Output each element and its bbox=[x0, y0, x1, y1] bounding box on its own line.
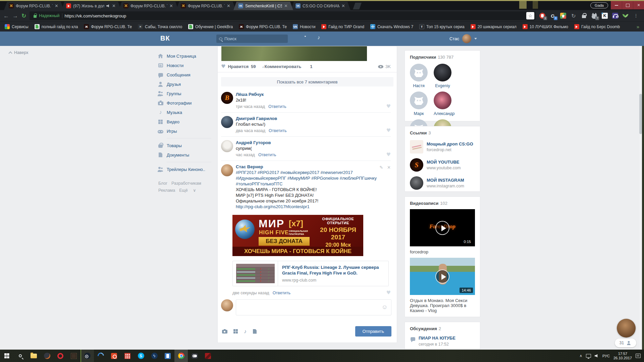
taskbar-search-button[interactable] bbox=[13, 350, 27, 362]
comment-button[interactable]: Комментировать bbox=[264, 64, 301, 69]
restore-button[interactable] bbox=[622, 1, 633, 9]
sidebar-item-photos[interactable]: Фотографии bbox=[158, 98, 211, 108]
tab-audio-icon[interactable] bbox=[106, 4, 110, 8]
attach-document-icon[interactable] bbox=[252, 329, 258, 334]
bookmark-services[interactable]: Сервисы bbox=[5, 24, 29, 29]
link-title[interactable]: МОЙ YOUTUBE bbox=[427, 160, 461, 165]
attach-photo-icon[interactable] bbox=[222, 329, 227, 334]
back-to-top-button[interactable]: Наверх bbox=[9, 50, 29, 55]
speaker-icon[interactable] bbox=[595, 354, 599, 358]
footer-link-ads[interactable]: Реклама bbox=[158, 188, 175, 193]
emoji-smiley-icon[interactable]: ☺ bbox=[382, 304, 388, 310]
reply-button[interactable]: Ответить bbox=[273, 291, 290, 295]
server-banner-image[interactable]: МИР [x7] HIGH FIVE ОФИЦИАЛЬНАЯ ПЛАТФОРМА… bbox=[232, 215, 363, 256]
sidebar-item-messages[interactable]: Сообщения bbox=[158, 70, 211, 79]
subscribers-header[interactable]: Подписчики130 787 bbox=[410, 55, 475, 60]
online-widget-avatar[interactable] bbox=[617, 319, 636, 338]
tab-close-icon[interactable]: ✕ bbox=[169, 4, 173, 8]
bookmark-bers-guide[interactable]: Гайд по Берс Doomb bbox=[574, 24, 620, 29]
video-title[interactable]: Отдых в Монако. Моя Секси Девушка. Проиг… bbox=[410, 298, 475, 313]
sidebar-item-documents[interactable]: Документы bbox=[158, 150, 211, 160]
tab-close-icon[interactable]: ✕ bbox=[284, 4, 288, 8]
sidebar-item-trailers[interactable]: Трейлеры Киноно.. bbox=[158, 165, 211, 174]
sidebar-item-games[interactable]: Игры bbox=[158, 126, 211, 136]
hashtags-line[interactable]: #ИдунановыйсерверРПГ #МируМИР #RPGonelov… bbox=[236, 175, 391, 181]
avatar[interactable] bbox=[221, 164, 233, 176]
video-thumbnail[interactable]: ForceDrop 0:15 bbox=[410, 209, 475, 246]
play-icon[interactable] bbox=[435, 269, 449, 284]
sidebar-item-news[interactable]: Новости bbox=[158, 61, 211, 70]
delete-comment-icon[interactable]: ✕ bbox=[387, 165, 391, 170]
bookmark-films10[interactable]: 10 ЛУЧШИХ Фильмо bbox=[523, 24, 568, 29]
music-extension-icon[interactable] bbox=[612, 12, 619, 19]
url-text[interactable]: https://vk.com/semchenkogroup bbox=[65, 13, 126, 18]
bookmark-tir-guide[interactable]: Гайд по ТИР Grand bbox=[321, 24, 364, 29]
comment-like-icon[interactable]: ♥ bbox=[386, 152, 391, 157]
tab-close-icon[interactable]: ✕ bbox=[112, 4, 116, 8]
tab-close-icon[interactable]: ✕ bbox=[227, 4, 230, 8]
vk-search-box[interactable] bbox=[216, 35, 288, 43]
comment-like-icon[interactable]: ♥ bbox=[386, 104, 391, 109]
scrollbar-thumb[interactable] bbox=[639, 94, 642, 134]
taskbar-origin[interactable] bbox=[107, 350, 121, 362]
profile-button[interactable]: Gada bbox=[590, 2, 608, 8]
sidebar-item-friends[interactable]: Друзья bbox=[158, 79, 211, 89]
like-icon[interactable]: ♥ bbox=[221, 64, 225, 69]
music-button[interactable]: ♪ bbox=[317, 35, 320, 41]
taskbar-chrome-active[interactable] bbox=[174, 350, 188, 362]
taskbar-red-grid-app[interactable] bbox=[121, 350, 134, 362]
home-extension-icon[interactable] bbox=[560, 12, 567, 19]
bookmark-geekbrains[interactable]: Обучение | GeekBra bbox=[188, 24, 233, 29]
taskbar-game-tile[interactable] bbox=[67, 350, 80, 362]
sidebar-item-music[interactable]: ♪Музыка bbox=[158, 108, 211, 117]
videos-header[interactable]: Видеозаписи102 bbox=[410, 201, 475, 206]
video-title[interactable]: forcedrop bbox=[410, 249, 475, 254]
bookmark-rpg-forum-2[interactable]: ЖФорум RPG-CLUB. Те bbox=[239, 24, 287, 29]
language-indicator[interactable]: РУС bbox=[602, 354, 610, 358]
comment-like-icon[interactable]: ♥ bbox=[386, 128, 391, 133]
footer-link-blog[interactable]: Блог bbox=[158, 181, 167, 186]
link-preview-title[interactable]: РПГ-Клуб Russia: Lineage 2. Лучшие серве… bbox=[282, 264, 384, 276]
link-item[interactable]: МОЙ INSTAGRAMwww.instagram.com bbox=[410, 176, 475, 190]
start-button[interactable] bbox=[0, 350, 13, 362]
subscriber[interactable]: Марк bbox=[410, 92, 428, 116]
comment-like-icon[interactable]: ♥ bbox=[386, 290, 391, 295]
taskbar-notes-app[interactable] bbox=[161, 350, 174, 362]
subscriber[interactable]: Evgeniy bbox=[434, 64, 451, 88]
attach-music-icon[interactable]: ♪ bbox=[244, 329, 247, 334]
discussion-item[interactable]: ПИАР НА ЮТУБЕ сегодня в 17:52 bbox=[410, 336, 475, 347]
clock[interactable]: 17:57 26.10.2017 bbox=[613, 352, 632, 360]
video-thumbnail[interactable]: 14:46 bbox=[410, 258, 475, 295]
browser-menu-icon[interactable]: ⋮ bbox=[633, 12, 639, 19]
reply-button[interactable]: Ответить bbox=[269, 128, 286, 133]
link-item[interactable]: Мощный дроп CS:GOforcedrop.net bbox=[410, 140, 475, 154]
security-label[interactable]: Надежный bbox=[39, 13, 59, 18]
reply-button[interactable]: Ответить bbox=[268, 104, 286, 109]
taskbar-daemon-tools[interactable]: ϟ bbox=[148, 350, 161, 362]
tab-youtube-audio[interactable]: (97) Жизнь в долг. Сп ✕ bbox=[61, 2, 121, 10]
play-icon[interactable] bbox=[435, 221, 449, 235]
online-members-badge[interactable]: 31 bbox=[615, 339, 636, 347]
search-input[interactable] bbox=[224, 36, 285, 41]
address-bar[interactable]: Надежный https://vk.com/semchenkogroup ☆ bbox=[30, 11, 536, 20]
tab-rpg-forum-2[interactable]: Ж Форум RPG-CLUB. Тема ✕ bbox=[119, 2, 178, 10]
bookmark-top15[interactable]: TТоп 15 крутых сериа bbox=[419, 24, 465, 29]
comment-author[interactable]: Андрей Гуторов bbox=[236, 140, 391, 145]
taskbar-firefox[interactable] bbox=[40, 350, 54, 362]
comment-input[interactable]: ☺ bbox=[236, 299, 391, 315]
comment-author[interactable]: Дмитрий Гаврилов bbox=[236, 116, 391, 121]
bookmark-saby[interactable]: ✕Сабы, Точка скилло bbox=[138, 24, 182, 29]
link-item[interactable]: МОЙ YOUTUBEwww.youtube.com bbox=[410, 158, 475, 172]
avatar[interactable] bbox=[221, 92, 233, 104]
kaspersky-extension-icon[interactable]: K bbox=[601, 12, 608, 19]
network-icon[interactable] bbox=[586, 354, 591, 358]
action-center-icon[interactable] bbox=[636, 354, 641, 358]
back-button[interactable]: ← bbox=[3, 13, 9, 19]
tab-close-icon[interactable]: ✕ bbox=[55, 4, 58, 8]
tray-expand-icon[interactable]: ∧ bbox=[580, 354, 582, 358]
comment-text-input[interactable] bbox=[236, 300, 376, 315]
tab-vk-active[interactable]: VK SemchenkoKirill | CS:GO ✕ bbox=[233, 2, 293, 10]
tab-vk-csgo[interactable]: VK CS:GO СО СКИНАМИ | Р ✕ bbox=[291, 2, 351, 10]
minimize-button[interactable] bbox=[611, 1, 622, 9]
taskbar-dota2[interactable] bbox=[201, 350, 215, 362]
